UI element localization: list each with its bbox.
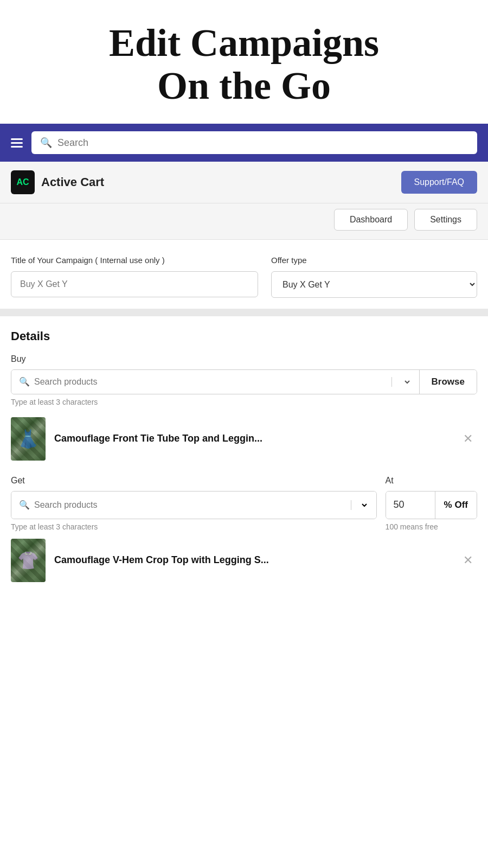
buy-search-select[interactable]: [391, 377, 412, 387]
details-section-title: Details: [11, 329, 477, 343]
navbar: 🔍: [0, 124, 488, 162]
at-hint-text: 100 means free: [386, 522, 477, 531]
buy-search-icon: 🔍: [19, 376, 30, 387]
settings-button[interactable]: Settings: [414, 209, 477, 231]
buy-field-group: Buy 🔍 Browse Type at least 3 characters …: [11, 354, 477, 463]
buy-product-thumbnail: 👗: [11, 417, 46, 461]
support-faq-button[interactable]: Support/FAQ: [401, 171, 478, 194]
get-field-group: Get 🔍 Type at least 3 characters: [11, 476, 377, 531]
buy-product-name: Camouflage Front Tie Tube Top and Leggin…: [54, 432, 450, 445]
get-product-name: Camouflage V-Hem Crop Top with Legging S…: [54, 554, 450, 566]
get-at-row: Get 🔍 Type at least 3 characters At % Of…: [11, 476, 477, 531]
search-input[interactable]: [57, 137, 468, 149]
get-product-silhouette-icon: 👚: [17, 550, 39, 571]
get-product-thumbnail: 👚: [11, 539, 46, 582]
buy-search-container: 🔍 Browse: [11, 369, 477, 394]
get-search-select[interactable]: [351, 500, 369, 510]
app-header: AC Active Cart Support/FAQ: [0, 162, 488, 203]
section-divider-bar: [0, 309, 488, 316]
buy-hint-text: Type at least 3 characters: [11, 398, 477, 406]
hero-title-line2: On the Go: [157, 64, 331, 107]
at-value-input[interactable]: [386, 492, 435, 519]
details-section: Details Buy 🔍 Browse Type at least 3 cha…: [0, 316, 488, 584]
buy-product-item: 👗 Camouflage Front Tie Tube Top and Legg…: [11, 415, 477, 463]
campaign-title-field: Title of Your Campaign ( Internal use on…: [11, 255, 258, 297]
app-logo-badge: AC: [11, 170, 35, 194]
buy-product-remove-button[interactable]: ✕: [459, 430, 477, 448]
at-field-group: At % Off 100 means free: [386, 476, 477, 531]
app-logo-group: AC Active Cart: [11, 170, 104, 194]
get-search-input[interactable]: [34, 500, 346, 510]
hamburger-menu-icon[interactable]: [11, 138, 23, 148]
hero-title-line1: Edit Campaigns: [109, 21, 379, 65]
search-bar[interactable]: 🔍: [31, 131, 477, 154]
search-icon: 🔍: [40, 137, 52, 149]
nav-buttons-row: Dashboard Settings: [0, 203, 488, 240]
campaign-title-input[interactable]: [11, 271, 258, 297]
campaign-title-label: Title of Your Campaign ( Internal use on…: [11, 255, 258, 266]
get-product-item: 👚 Camouflage V-Hem Crop Top with Legging…: [11, 537, 477, 584]
hero-title: Edit Campaigns On the Go: [0, 0, 488, 124]
get-product-remove-button[interactable]: ✕: [459, 551, 477, 570]
get-label: Get: [11, 476, 377, 486]
offer-type-field: Offer type Buy X Get Y Percentage Off Fi…: [271, 255, 477, 298]
at-input-group: % Off: [386, 491, 477, 519]
at-label: At: [386, 476, 477, 486]
offer-type-label: Offer type: [271, 255, 477, 266]
dashboard-button[interactable]: Dashboard: [334, 209, 408, 231]
get-search-input-group: 🔍: [11, 492, 376, 519]
at-suffix-label: % Off: [435, 492, 477, 519]
get-search-container: 🔍: [11, 491, 377, 519]
buy-search-input-group: 🔍: [11, 370, 419, 394]
app-name: Active Cart: [41, 175, 104, 189]
product-silhouette-icon: 👗: [17, 429, 39, 449]
offer-type-select[interactable]: Buy X Get Y Percentage Off Fixed Amount …: [271, 271, 477, 298]
campaign-form: Title of Your Campaign ( Internal use on…: [0, 240, 488, 298]
get-search-icon: 🔍: [19, 500, 30, 510]
buy-label: Buy: [11, 354, 477, 364]
buy-browse-button[interactable]: Browse: [419, 370, 477, 394]
get-hint-text: Type at least 3 characters: [11, 522, 377, 531]
buy-search-input[interactable]: [34, 377, 387, 387]
